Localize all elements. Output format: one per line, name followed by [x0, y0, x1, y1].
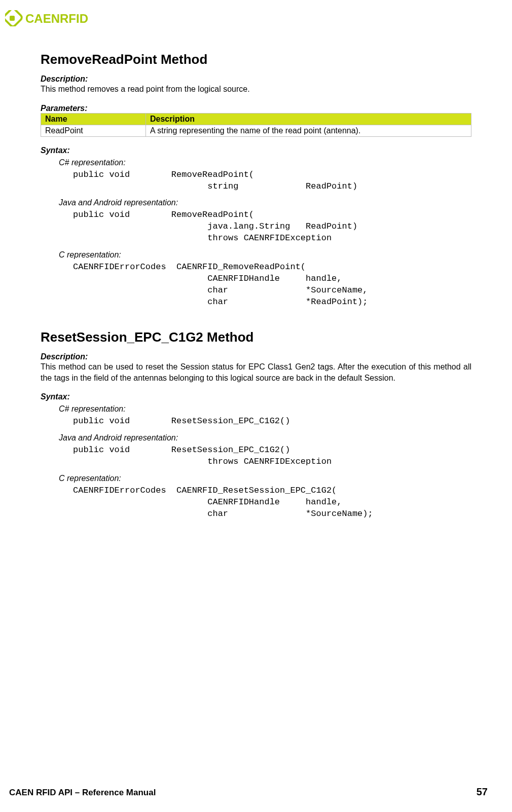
- section1-title: RemoveReadPoint Method: [41, 52, 471, 67]
- section1-param-label: Parameters:: [41, 104, 471, 113]
- section1-java-label: Java and Android representation:: [59, 198, 471, 207]
- section1-c-label: C representation:: [59, 250, 471, 260]
- svg-rect-1: [10, 16, 15, 21]
- table-row: ReadPoint A string representing the name…: [41, 125, 471, 136]
- section1-syntax-label: Syntax:: [41, 146, 471, 155]
- td-name: ReadPoint: [41, 125, 146, 136]
- section1-param-table: Name Description ReadPoint A string repr…: [41, 113, 471, 137]
- td-desc: A string representing the name of the re…: [146, 125, 471, 136]
- section1-java-code: public void RemoveReadPoint( java.lang.S…: [73, 209, 471, 244]
- caenrfid-logo-icon: CAENRFID: [5, 10, 122, 26]
- section2-csharp-code: public void ResetSession_EPC_C1G2(): [73, 416, 471, 427]
- page-footer: CAEN RFID API – Reference Manual 57: [9, 786, 488, 798]
- section2-syntax-label: Syntax:: [41, 392, 471, 401]
- brand-logo: CAENRFID: [5, 10, 471, 26]
- section2-java-code: public void ResetSession_EPC_C1G2() thro…: [73, 445, 471, 468]
- section2-desc-text: This method can be used to reset the Ses…: [41, 361, 471, 383]
- section2-c-code: CAENRFIDErrorCodes CAENRFID_ResetSession…: [73, 485, 471, 520]
- footer-page-number: 57: [477, 786, 488, 798]
- section1-desc-label: Description:: [41, 75, 471, 84]
- section2-title: ResetSession_EPC_C1G2 Method: [41, 329, 471, 345]
- section2-csharp-label: C# representation:: [59, 404, 471, 414]
- table-header-row: Name Description: [41, 113, 471, 125]
- section1-desc-text: This method removes a read point from th…: [41, 84, 471, 95]
- th-desc: Description: [146, 113, 471, 125]
- section2-desc-label: Description:: [41, 352, 471, 361]
- section1-c-code: CAENRFIDErrorCodes CAENRFID_RemoveReadPo…: [73, 262, 471, 308]
- section1-csharp-label: C# representation:: [59, 158, 471, 167]
- section2-c-label: C representation:: [59, 474, 471, 483]
- th-name: Name: [41, 113, 146, 125]
- footer-title: CAEN RFID API – Reference Manual: [9, 788, 156, 798]
- section2-java-label: Java and Android representation:: [59, 433, 471, 442]
- brand-name-text: CAENRFID: [25, 12, 88, 25]
- section1-csharp-code: public void RemoveReadPoint( string Read…: [73, 169, 471, 193]
